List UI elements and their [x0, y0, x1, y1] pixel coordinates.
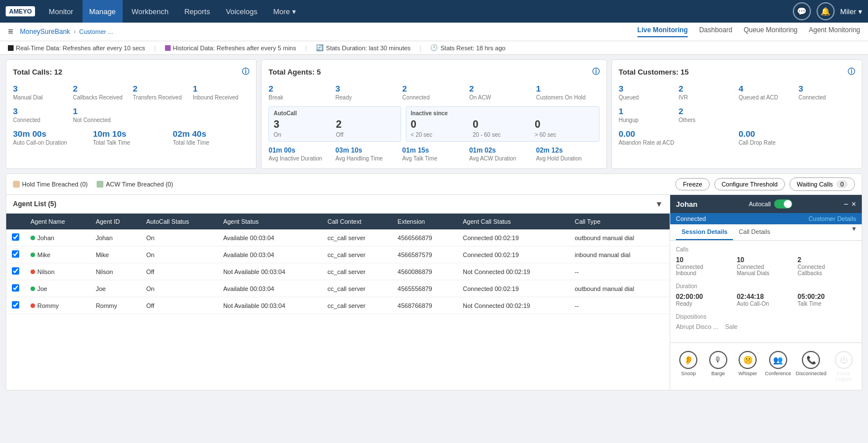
calls-section: Calls 10 Connected Inbound 10 Connected …	[676, 246, 856, 276]
waiting-calls-button[interactable]: Waiting Calls 0	[789, 177, 855, 191]
row-autocall-status: On	[141, 246, 218, 263]
row-checkbox[interactable]	[6, 280, 25, 297]
breadcrumb-parent[interactable]: MoneySureBank	[20, 28, 70, 36]
nav-workbench[interactable]: Workbench	[125, 0, 176, 23]
tab-queue-monitoring[interactable]: Queue Monitoring	[744, 26, 797, 37]
total-customers-info-icon[interactable]: ⓘ	[848, 67, 855, 77]
user-menu[interactable]: Miler ▾	[840, 7, 862, 16]
duration-grid: 02:00:00 Ready 02:44:18 Auto Call-On 05:…	[676, 293, 856, 307]
force-logout-icon: ⏻	[835, 351, 853, 369]
agent-list-title: Agent List (5)	[13, 200, 57, 208]
tab-call-details[interactable]: Call Details	[733, 224, 776, 240]
panel-tabs: Session Details Call Details ▾	[670, 224, 862, 241]
row-call-type: --	[569, 297, 670, 314]
avg-handling-stat: 03m 10s Avg Handling Time	[336, 146, 399, 162]
break-stat: 2 Break	[268, 84, 332, 101]
abandon-rate-stat: 0.00 Abandon Rate at ACD	[619, 129, 735, 146]
duration-stats: 🔄 Stats Duration: last 30 minutes	[316, 44, 411, 51]
breadcrumb-separator: ›	[73, 28, 76, 36]
transfers-received-stat: 2 Transfers Received	[133, 84, 189, 101]
total-talk-time-stat: 10m 10s Total Talk Time	[93, 129, 169, 146]
row-checkbox[interactable]	[6, 263, 25, 280]
table-row[interactable]: Nilson Nilson Off Not Available 00:03:04…	[6, 263, 670, 280]
disconnected-button[interactable]: 📞 Disconnected	[795, 348, 828, 385]
duration-section: Duration 02:00:00 Ready 02:44:18 Auto Ca…	[676, 283, 856, 307]
tab-dashboard[interactable]: Dashboard	[699, 26, 732, 37]
table-header-row: Agent Name Agent ID AutoCall Status Agen…	[6, 214, 670, 229]
table-row[interactable]: Johan Johan On Available 00:03:04 cc_cal…	[6, 229, 670, 246]
tab-agent-monitoring[interactable]: Agent Monitoring	[809, 26, 860, 37]
breadcrumb-bar: ≡ MoneySureBank › Customer ... Live Moni…	[0, 23, 868, 41]
nav-more[interactable]: More ▾	[266, 0, 303, 23]
hold-time-legend: Hold Time Breached (0)	[13, 181, 88, 188]
col-autocall-status: AutoCall Status	[141, 214, 218, 229]
row-call-context: cc_call server	[322, 263, 392, 280]
autocall-toggle[interactable]	[774, 199, 792, 209]
table-row[interactable]: Mike Mike On Available 00:03:04 cc_call …	[6, 246, 670, 263]
duration-col-1: 02:44:18 Auto Call-On	[737, 293, 796, 307]
tab-session-details[interactable]: Session Details	[676, 224, 733, 240]
row-agent-id: Nilson	[90, 263, 140, 280]
whisper-label: Whisper	[739, 371, 757, 376]
conference-button[interactable]: 👥 Conference	[763, 348, 792, 385]
nav-monitor[interactable]: Monitor	[42, 0, 80, 23]
row-checkbox[interactable]	[6, 246, 25, 263]
row-agent-name: Rommy	[25, 297, 90, 314]
panel-tab-arrow[interactable]: ▾	[852, 224, 856, 240]
nav-voicelogs[interactable]: Voicelogs	[219, 0, 264, 23]
row-checkbox[interactable]	[6, 229, 25, 246]
historical-dot	[165, 45, 171, 51]
row-autocall-status: Off	[141, 263, 218, 280]
waiting-calls-badge: 0	[836, 180, 848, 188]
disposition-0: Abrupt Disco ...	[676, 323, 718, 330]
col-agent-call-status: Agent Call Status	[457, 214, 569, 229]
whisper-button[interactable]: 🤫 Whisper	[734, 348, 761, 385]
nav-manage[interactable]: Manage	[83, 0, 123, 23]
others-stat: 2 Others	[679, 106, 735, 123]
inbound-received-stat: 1 Inbound Received	[193, 84, 249, 101]
chat-icon[interactable]: 💬	[793, 2, 811, 20]
hold-time-legend-box	[13, 181, 20, 188]
filter-icon[interactable]: ▼	[655, 199, 663, 209]
configure-threshold-button[interactable]: Configure Threshold	[714, 178, 785, 190]
menu-icon[interactable]: ≡	[8, 27, 13, 37]
calls-col-1: 10 Connected Manual Dials	[737, 256, 796, 276]
on-acw-stat: 2 On ACW	[469, 84, 532, 101]
row-checkbox[interactable]	[6, 297, 25, 314]
row-agent-status: Available 00:03:04	[218, 246, 322, 263]
table-row[interactable]: Joe Joe On Available 00:03:04 cc_call se…	[6, 280, 670, 297]
realtime-dot	[8, 45, 14, 51]
total-agents-info-icon[interactable]: ⓘ	[592, 67, 600, 77]
autocall-off-stat: 2 Off	[336, 119, 396, 138]
row-extension: 4565556879	[392, 280, 457, 297]
barge-button[interactable]: 🎙 Barge	[704, 348, 731, 385]
row-agent-id: Johan	[90, 229, 140, 246]
panel-customer-details-link[interactable]: Customer Details	[809, 215, 856, 222]
duration-col-0: 02:00:00 Ready	[676, 293, 735, 307]
tab-live-monitoring[interactable]: Live Monitoring	[637, 26, 688, 37]
table-row[interactable]: Rommy Rommy Off Not Available 00:03:04 c…	[6, 297, 670, 314]
notification-icon[interactable]: 🔔	[817, 2, 835, 20]
panel-close-button[interactable]: ×	[852, 199, 856, 209]
row-call-context: cc_call server	[322, 229, 392, 246]
nav-reports[interactable]: Reports	[177, 0, 217, 23]
stats-sep1: |	[154, 45, 156, 51]
agent-list-header: Agent List (5) ▼	[6, 195, 670, 214]
call-drop-rate-stat: 0.00 Call Drop Rate	[739, 129, 855, 146]
threshold-legend: Hold Time Breached (0) ACW Time Breached…	[13, 181, 173, 188]
total-calls-info-icon[interactable]: ⓘ	[242, 67, 249, 77]
snoop-button[interactable]: 👂 Snoop	[675, 348, 702, 385]
agent-status-dot	[31, 286, 35, 291]
row-agent-name: Joe	[25, 280, 90, 297]
row-agent-id: Mike	[90, 246, 140, 263]
col-agent-id: Agent ID	[90, 214, 140, 229]
connected-stat: 3 Connected	[13, 106, 70, 123]
hungup-stat: 1 Hungup	[619, 106, 675, 123]
panel-agent-name: Johan	[676, 200, 697, 209]
force-logout-button[interactable]: ⏻ Force Logout	[830, 348, 857, 385]
col-agent-name: Agent Name	[25, 214, 90, 229]
historical-stats: Historical Data: Refreshes after every 5…	[165, 45, 296, 51]
panel-minimize-button[interactable]: −	[844, 199, 848, 209]
freeze-button[interactable]: Freeze	[675, 178, 709, 190]
row-agent-call-status: Not Connected 00:02:19	[457, 297, 569, 314]
